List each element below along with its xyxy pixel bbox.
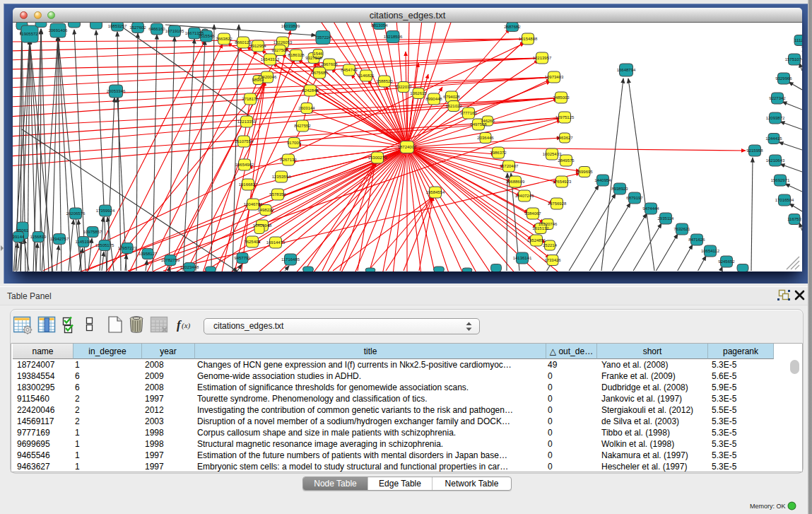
svg-text:8938923: 8938923: [611, 187, 628, 191]
svg-text:116753: 116753: [787, 217, 801, 221]
svg-text:16107554: 16107554: [235, 139, 254, 144]
svg-text:12353594: 12353594: [272, 175, 291, 179]
svg-text:98963: 98963: [252, 78, 264, 82]
svg-text:6794028: 6794028: [443, 95, 460, 99]
svg-text:7357224: 7357224: [314, 35, 331, 40]
svg-text:11716485: 11716485: [281, 257, 300, 262]
svg-text:10654112: 10654112: [701, 249, 720, 253]
svg-text:2935114: 2935114: [658, 216, 675, 221]
svg-text:18407249: 18407249: [515, 194, 534, 198]
svg-text:9245652: 9245652: [718, 259, 735, 264]
svg-text:14136141: 14136141: [513, 256, 532, 260]
svg-text:9327508: 9327508: [305, 56, 322, 60]
svg-text:9384067: 9384067: [524, 211, 541, 216]
svg-text:16914479: 16914479: [266, 240, 286, 245]
svg-text:1145191: 1145191: [76, 240, 93, 244]
svg-text:746266: 746266: [481, 119, 495, 123]
svg-text:9457791: 9457791: [234, 256, 251, 260]
svg-text:1362615: 1362615: [410, 91, 427, 95]
svg-text:15751074: 15751074: [785, 57, 802, 62]
svg-text:0699695: 0699695: [576, 170, 593, 174]
svg-text:17654923: 17654923: [553, 180, 572, 184]
svg-text:917006: 917006: [287, 141, 302, 145]
svg-text:85061: 85061: [17, 228, 29, 233]
svg-text:19654982: 19654982: [235, 163, 254, 167]
svg-text:7625402: 7625402: [244, 240, 261, 244]
svg-text:9215958: 9215958: [746, 148, 763, 153]
svg-text:3675685: 3675685: [311, 71, 328, 75]
svg-text:9777169: 9777169: [460, 111, 477, 115]
svg-text:9242848: 9242848: [302, 88, 319, 93]
svg-text:10688609: 10688609: [506, 180, 525, 184]
svg-text:7986372: 7986372: [490, 151, 507, 155]
svg-text:10958127: 10958127: [139, 252, 158, 256]
svg-text:19218506: 19218506: [384, 35, 403, 39]
svg-text:8813054: 8813054: [371, 23, 388, 28]
svg-text:9474444: 9474444: [642, 206, 659, 211]
svg-text:17359924: 17359924: [96, 209, 115, 213]
svg-text:2036446: 2036446: [477, 136, 494, 140]
svg-text:20053346: 20053346: [107, 89, 126, 93]
svg-text:9463627: 9463627: [556, 136, 573, 140]
svg-text:13226053: 13226053: [273, 40, 293, 45]
svg-text:8186328: 8186328: [288, 53, 305, 57]
svg-text:2687682: 2687682: [504, 25, 521, 29]
svg-text:12093872: 12093872: [766, 116, 785, 120]
svg-text:18724007: 18724007: [398, 145, 417, 149]
svg-text:1527602: 1527602: [129, 25, 146, 30]
svg-text:12975125: 12975125: [555, 115, 575, 119]
svg-text:19524851: 19524851: [527, 238, 546, 243]
svg-text:15720407: 15720407: [500, 164, 519, 168]
svg-text:1244415: 1244415: [765, 136, 782, 141]
svg-text:7632621: 7632621: [673, 227, 690, 231]
svg-text:10853257: 10853257: [108, 24, 127, 28]
svg-text:6466160: 6466160: [148, 27, 165, 31]
svg-text:1498222: 1498222: [257, 208, 274, 212]
svg-text:9146821: 9146821: [358, 74, 375, 78]
svg-text:15300273: 15300273: [368, 156, 387, 160]
svg-text:16210643: 16210643: [766, 158, 785, 163]
svg-text:6879197: 6879197: [626, 196, 643, 200]
svg-text:252214: 252214: [543, 243, 558, 247]
svg-text:10154808: 10154808: [519, 37, 538, 41]
svg-text:16409948: 16409948: [253, 223, 272, 228]
svg-text:(x): (x): [182, 321, 191, 330]
svg-text:8471626: 8471626: [688, 238, 705, 242]
svg-text:9329966: 9329966: [775, 76, 792, 81]
svg-text:10025433: 10025433: [543, 152, 562, 156]
svg-text:7515546: 7515546: [198, 34, 215, 38]
svg-text:8990448: 8990448: [425, 97, 442, 101]
svg-text:12942757: 12942757: [50, 237, 69, 241]
svg-text:1615132: 1615132: [532, 226, 549, 230]
svg-text:15692971: 15692971: [771, 178, 790, 182]
svg-text:16543312: 16543312: [261, 57, 280, 62]
svg-text:10782759: 10782759: [161, 258, 180, 262]
svg-text:16033809: 16033809: [281, 24, 300, 28]
svg-text:2603144: 2603144: [298, 106, 315, 110]
svg-text:2967608: 2967608: [321, 62, 338, 66]
svg-text:19166827: 19166827: [239, 182, 258, 187]
svg-text:8427552: 8427552: [294, 124, 311, 128]
svg-text:12213957: 12213957: [533, 56, 552, 60]
svg-text:3912954: 3912954: [249, 44, 266, 48]
svg-text:16648794: 16648794: [617, 68, 636, 72]
svg-text:7485003: 7485003: [553, 95, 570, 100]
svg-text:7663822: 7663822: [216, 37, 233, 41]
svg-text:9327509: 9327509: [271, 48, 288, 52]
svg-text:8267130: 8267130: [280, 158, 297, 162]
svg-text:11127: 11127: [794, 38, 802, 42]
svg-text:19756928: 19756928: [548, 201, 567, 206]
svg-text:5578354: 5578354: [269, 192, 286, 197]
svg-text:8454749: 8454749: [341, 68, 358, 72]
svg-text:12213359: 12213359: [237, 119, 257, 124]
svg-text:12505175: 12505175: [95, 243, 114, 247]
svg-text:10046786: 10046786: [244, 202, 263, 206]
svg-text:2718176: 2718176: [242, 97, 259, 101]
svg-text:2849575: 2849575: [558, 158, 575, 163]
svg-text:1588520: 1588520: [376, 79, 393, 83]
svg-text:10719185: 10719185: [165, 29, 184, 33]
svg-text:39144: 39144: [13, 235, 25, 239]
svg-text:17957223: 17957223: [118, 246, 137, 250]
svg-text:20206576: 20206576: [66, 211, 86, 216]
svg-text:12023448: 12023448: [180, 265, 199, 269]
